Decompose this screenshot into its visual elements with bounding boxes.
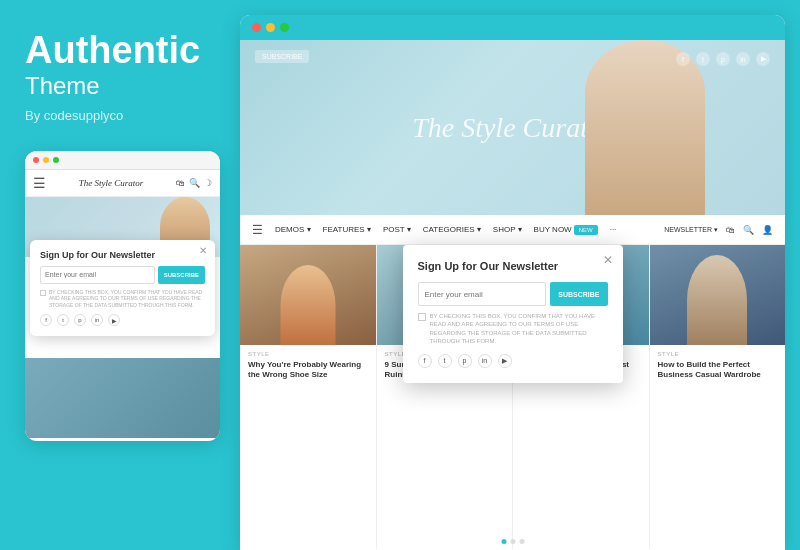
article-info-1: STYLE Why You're Probably Wearing the Wr… xyxy=(240,345,376,387)
hero-twitter-icon[interactable]: t xyxy=(696,52,710,66)
mobile-youtube-icon[interactable]: ▶ xyxy=(108,314,120,326)
hero-instagram-icon[interactable]: in xyxy=(736,52,750,66)
desktop-newsletter-close-icon[interactable]: ✕ xyxy=(603,253,613,267)
desktop-hero: SUBSCRIBE The Style Curator f t p in ▶ xyxy=(240,40,785,215)
desktop-hero-person xyxy=(585,40,705,215)
nav-more[interactable]: ··· xyxy=(610,225,617,234)
nav-search-icon[interactable]: 🔍 xyxy=(743,225,754,235)
hero-pinterest-icon[interactable]: p xyxy=(716,52,730,66)
mobile-search-icon[interactable]: 🔍 xyxy=(189,178,200,188)
desktop-checkbox-row: BY CHECKING THIS BOX, YOU CONFIRM THAT Y… xyxy=(418,312,608,346)
article-title-4[interactable]: How to Build the Perfect Business Casual… xyxy=(658,360,778,381)
mobile-browser-bar xyxy=(25,151,220,170)
desktop-youtube-icon[interactable]: ▶ xyxy=(498,354,512,368)
desktop-email-row: SUBSCRIBE xyxy=(418,282,608,306)
article-image-4 xyxy=(650,245,786,345)
mobile-dot-red xyxy=(33,157,39,163)
desktop-dot-green xyxy=(280,23,289,32)
left-panel: Authentic Theme By codesupplyco ☰ The St… xyxy=(0,0,240,550)
desktop-content-area: STYLE Why You're Probably Wearing the Wr… xyxy=(240,245,785,549)
pagination-dot-1[interactable] xyxy=(501,539,506,544)
mobile-dot-yellow xyxy=(43,157,49,163)
mobile-instagram-icon[interactable]: in xyxy=(91,314,103,326)
hero-subscribe-button[interactable]: SUBSCRIBE xyxy=(255,50,309,63)
mobile-pinterest-icon[interactable]: p xyxy=(74,314,86,326)
mobile-dot-green xyxy=(53,157,59,163)
mobile-moon-icon[interactable]: ☽ xyxy=(204,178,212,188)
mobile-email-row: SUBSCRIBE xyxy=(40,266,205,284)
article-image-1 xyxy=(240,245,376,345)
brand-title: Authentic xyxy=(25,30,215,72)
mobile-terms-text: BY CHECKING THIS BOX, YOU CONFIRM THAT Y… xyxy=(49,289,205,309)
desktop-facebook-icon[interactable]: f xyxy=(418,354,432,368)
nav-right: NEWSLETTER ▾ 🛍 🔍 👤 xyxy=(664,225,773,235)
desktop-social-icons: f t p in ▶ xyxy=(418,354,608,368)
article-category-4: STYLE xyxy=(658,351,778,357)
desktop-subscribe-button[interactable]: SUBSCRIBE xyxy=(550,282,607,306)
nav-features[interactable]: FEATURES ▾ xyxy=(323,225,371,234)
desktop-instagram-icon[interactable]: in xyxy=(478,354,492,368)
desktop-email-input[interactable] xyxy=(418,282,547,306)
nav-new-badge: NEW xyxy=(574,225,598,235)
desktop-mockup: SUBSCRIBE The Style Curator f t p in ▶ ☰… xyxy=(240,15,785,550)
desktop-terms-text: BY CHECKING THIS BOX, YOU CONFIRM THAT Y… xyxy=(430,312,608,346)
nav-post[interactable]: POST ▾ xyxy=(383,225,411,234)
desktop-hero-social: f t p in ▶ xyxy=(676,52,770,66)
desktop-hamburger-icon[interactable]: ☰ xyxy=(252,223,263,237)
desktop-newsletter-popup: ✕ Sign Up for Our Newsletter SUBSCRIBE B… xyxy=(403,245,623,383)
mobile-newsletter-popup: ✕ Sign Up for Our Newsletter SUBSCRIBE B… xyxy=(30,240,215,337)
mobile-logo: The Style Curator xyxy=(79,178,144,188)
mobile-terms-checkbox[interactable] xyxy=(40,290,46,296)
article-card-1: STYLE Why You're Probably Wearing the Wr… xyxy=(240,245,377,549)
desktop-hero-logo: The Style Curator xyxy=(412,112,613,144)
desktop-terms-checkbox[interactable] xyxy=(418,313,426,321)
desktop-dot-red xyxy=(252,23,261,32)
desktop-pinterest-icon[interactable]: p xyxy=(458,354,472,368)
article-card-4: STYLE How to Build the Perfect Business … xyxy=(650,245,786,549)
nav-categories[interactable]: CATEGORIES ▾ xyxy=(423,225,481,234)
nav-demos[interactable]: DEMOS ▾ xyxy=(275,225,311,234)
mobile-bag-icon: 🛍 xyxy=(176,178,185,188)
mobile-hamburger-icon[interactable]: ☰ xyxy=(33,175,46,191)
nav-cart-icon[interactable]: 🛍 xyxy=(726,225,735,235)
mobile-checkbox-row: BY CHECKING THIS BOX, YOU CONFIRM THAT Y… xyxy=(40,289,205,309)
nav-buynow[interactable]: BUY NOW NEW xyxy=(534,225,598,235)
hero-facebook-icon[interactable]: f xyxy=(676,52,690,66)
desktop-newsletter-title: Sign Up for Our Newsletter xyxy=(418,260,608,272)
desktop-dot-yellow xyxy=(266,23,275,32)
mobile-bg-photo xyxy=(25,358,220,438)
mobile-subscribe-button[interactable]: SUBSCRIBE xyxy=(158,266,205,284)
mobile-twitter-icon[interactable]: t xyxy=(57,314,69,326)
desktop-browser-bar xyxy=(240,15,785,40)
pagination-dot-3[interactable] xyxy=(519,539,524,544)
desktop-nav: ☰ DEMOS ▾ FEATURES ▾ POST ▾ CATEGORIES ▾… xyxy=(240,215,785,245)
pagination-dot-2[interactable] xyxy=(510,539,515,544)
article-title-1[interactable]: Why You're Probably Wearing the Wrong Sh… xyxy=(248,360,368,381)
mobile-facebook-icon[interactable]: f xyxy=(40,314,52,326)
mobile-header: ☰ The Style Curator 🛍 🔍 ☽ xyxy=(25,170,220,197)
nav-newsletter[interactable]: NEWSLETTER ▾ xyxy=(664,226,718,234)
article-info-4: STYLE How to Build the Perfect Business … xyxy=(650,345,786,387)
brand-by: By codesupplyco xyxy=(25,108,215,123)
mobile-nav-icons: 🛍 🔍 ☽ xyxy=(176,178,212,188)
mobile-email-input[interactable] xyxy=(40,266,155,284)
hero-youtube-icon[interactable]: ▶ xyxy=(756,52,770,66)
brand-subtitle: Theme xyxy=(25,72,215,100)
mobile-newsletter-title: Sign Up for Our Newsletter xyxy=(40,250,205,260)
mobile-newsletter-close-icon[interactable]: ✕ xyxy=(199,245,207,256)
article-category-1: STYLE xyxy=(248,351,368,357)
mobile-social-icons: f t p in ▶ xyxy=(40,314,205,326)
nav-person-icon[interactable]: 👤 xyxy=(762,225,773,235)
mobile-content: ☰ The Style Curator 🛍 🔍 ☽ ✕ Sign Up for … xyxy=(25,170,220,438)
nav-shop[interactable]: SHOP ▾ xyxy=(493,225,522,234)
mobile-mockup: ☰ The Style Curator 🛍 🔍 ☽ ✕ Sign Up for … xyxy=(25,151,220,441)
pagination-dots xyxy=(501,539,524,544)
nav-left: ☰ DEMOS ▾ FEATURES ▾ POST ▾ CATEGORIES ▾… xyxy=(252,223,616,237)
desktop-twitter-icon[interactable]: t xyxy=(438,354,452,368)
